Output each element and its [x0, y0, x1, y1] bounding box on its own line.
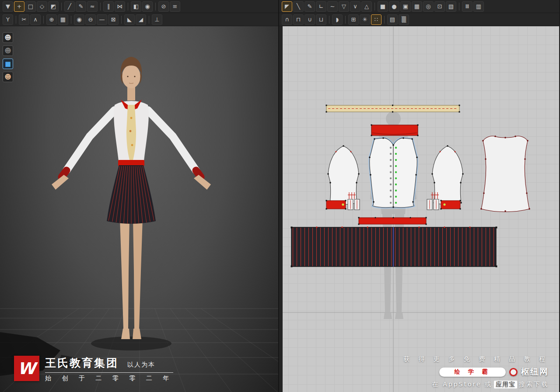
- sewing-edit-tool[interactable]: ∧: [30, 14, 41, 25]
- zoom-icon: ⊘: [161, 3, 166, 9]
- pattern-piece-waistband[interactable]: [358, 217, 427, 225]
- show-skin-toggle[interactable]: ☻: [3, 72, 13, 82]
- internal-circle-tool[interactable]: ◎: [423, 1, 434, 12]
- iron-press-tool[interactable]: ◗: [332, 14, 343, 25]
- polygon-pen-tool[interactable]: ∟: [316, 1, 326, 12]
- show-garment-toggle[interactable]: ■: [3, 59, 13, 69]
- edit-sewing-icon: ⊔: [319, 17, 323, 22]
- simulate-button[interactable]: ▼: [3, 1, 13, 12]
- edit-curvature-tool[interactable]: ╲: [293, 1, 304, 12]
- brand-slogan: 以人为本: [127, 361, 155, 369]
- arrangement-icon: ⋈: [117, 3, 123, 9]
- pan-icon: ≡: [173, 3, 178, 9]
- show-avatar-toggle[interactable]: ☻: [3, 32, 13, 43]
- waistband-3d: [118, 160, 144, 166]
- lasso-select-tool[interactable]: ◇: [37, 1, 47, 12]
- pattern-piece-front-bodice[interactable]: [369, 137, 418, 208]
- shape-library-icon: ▧: [448, 3, 454, 9]
- pattern-piece-collar[interactable]: [371, 125, 419, 136]
- segment-sewing-tool[interactable]: ∩: [282, 14, 292, 25]
- notch-tool[interactable]: ∨: [350, 1, 360, 12]
- pattern-piece-skirt[interactable]: [291, 226, 497, 267]
- internal-dot-tool[interactable]: ⊡: [434, 1, 445, 12]
- promo-line3-box: 应用宝: [494, 381, 517, 389]
- fabric-color-tool[interactable]: ∷: [371, 14, 382, 25]
- measure-tape-icon: ≈: [90, 3, 95, 9]
- pattern-piece-tie-strip[interactable]: [326, 105, 460, 113]
- show-grid-toggle[interactable]: ▤: [387, 14, 398, 25]
- mn-sewing-tool[interactable]: ∪: [304, 14, 315, 25]
- zoom-tool[interactable]: ⊘: [158, 1, 169, 12]
- align-icon: ⊥: [154, 17, 159, 22]
- avatar-pose-tool[interactable]: Y: [3, 14, 13, 25]
- toolbar-separator: [61, 3, 62, 10]
- fold-arrangement-tool[interactable]: ◧: [131, 1, 141, 12]
- pattern-piece-cuff-right[interactable]: [427, 199, 461, 210]
- pattern-piece-sleeve-right[interactable]: [431, 145, 464, 205]
- iron-press-icon: ◗: [336, 17, 339, 22]
- 3d-viewport[interactable]: ☻☻■☻ W 王氏教育集团 以人为本 始 创 于 二 零 零 二 年: [0, 26, 278, 392]
- edit-pattern-icon: ◤: [285, 3, 289, 9]
- garment-design-app: ▼+□◇◩╱✎≈∥⋈◧◉⊘≡ Y✂∧⊕▦◉⊖—⊠◣◢⊥: [0, 0, 560, 392]
- fitting-map-tool[interactable]: ▦: [58, 14, 68, 25]
- flatten-left-tool[interactable]: ◣: [124, 14, 135, 25]
- measure-tape-tool[interactable]: ≈: [87, 1, 98, 12]
- trace-tool[interactable]: △: [361, 1, 372, 12]
- add-button-tool[interactable]: ◉: [74, 14, 84, 25]
- pleats-bars-tool[interactable]: Ⅲ: [462, 1, 472, 12]
- neck: [127, 87, 135, 101]
- circle-tool[interactable]: ●: [389, 1, 399, 12]
- brush-icon: ✎: [79, 3, 84, 9]
- shape-library-tool[interactable]: ▧: [446, 1, 456, 12]
- curve-pen-tool[interactable]: ~: [327, 1, 338, 12]
- box-select-tool[interactable]: □: [25, 1, 36, 12]
- internal-rectangle-tool[interactable]: ▣: [400, 1, 411, 12]
- pleats-grid-tool[interactable]: ▥: [473, 1, 484, 12]
- arrangement-tool[interactable]: ⋈: [115, 1, 125, 12]
- promo-line3-prefix: 在 AppStore 或: [432, 381, 492, 389]
- show-texture-toggle[interactable]: ▒: [399, 14, 409, 25]
- brand-title: 王氏教育集团: [45, 356, 119, 370]
- avatar-3d[interactable]: [52, 57, 211, 339]
- edit-pattern-tool[interactable]: ◤: [282, 1, 292, 12]
- display-toggle-column: ☻☻■☻: [3, 32, 13, 82]
- brand-since: 始 创 于 二 零 零 二 年: [45, 375, 173, 382]
- show-avatar-solid-toggle[interactable]: ☻: [3, 45, 13, 56]
- eye-right: [134, 76, 135, 77]
- free-sewing-tool[interactable]: ⊓: [293, 14, 304, 25]
- align-tool[interactable]: ⊥: [152, 14, 162, 25]
- show-avatar-solid-icon: ☻: [4, 48, 11, 54]
- promo-line3: 在 AppStore 或 应用宝 搜索下载: [432, 381, 549, 389]
- brush-tool[interactable]: ✎: [76, 1, 86, 12]
- pin-tool[interactable]: ╱: [64, 1, 75, 12]
- flatten-right-tool[interactable]: ◢: [136, 14, 146, 25]
- transform-avatar-tool[interactable]: ◩: [48, 1, 59, 12]
- arrangement-points-tool[interactable]: ∥: [103, 1, 114, 12]
- lock-avatar-icon: ⊠: [111, 17, 116, 22]
- steam-brush-tool[interactable]: ◉: [142, 1, 153, 12]
- lock-avatar-tool[interactable]: ⊠: [108, 14, 119, 25]
- add-point-tool[interactable]: ✎: [304, 1, 315, 12]
- tack-on-avatar-tool[interactable]: ⊕: [46, 14, 57, 25]
- toolbar-separator: [374, 3, 375, 10]
- rectangle-tool[interactable]: ■: [378, 1, 388, 12]
- buttonhole-tool[interactable]: ⊖: [85, 14, 96, 25]
- pattern-piece-sleeve-left[interactable]: [327, 145, 360, 205]
- select-move-tool[interactable]: +: [14, 1, 24, 12]
- watermark-left: W 王氏教育集团 以人为本 始 创 于 二 零 零 二 年: [14, 356, 173, 382]
- scissors-tool[interactable]: ✂: [19, 14, 29, 25]
- pattern-piece-cuff-left[interactable]: [326, 199, 360, 210]
- internal-grid-tool[interactable]: ▦: [412, 1, 422, 12]
- texture-edit-tool[interactable]: ✳: [360, 14, 370, 25]
- sewing-machine-tool[interactable]: ⊞: [348, 14, 359, 25]
- tack-on-avatar-icon: ⊕: [49, 17, 54, 22]
- 2d-pattern-view[interactable]: 获 得 更 多 免 费 精 品 教 程 绘 学 霸 枢纽网 在 AppStore…: [279, 26, 559, 392]
- line-tool[interactable]: —: [97, 14, 107, 25]
- texture-edit-icon: ✳: [363, 17, 368, 22]
- pan-tool[interactable]: ≡: [170, 1, 180, 12]
- edit-sewing-tool[interactable]: ⊔: [316, 14, 326, 25]
- toolbar-separator: [155, 3, 156, 10]
- dart-tool[interactable]: ▽: [339, 1, 349, 12]
- brand-logo: W: [14, 356, 39, 381]
- pattern-piece-back-bodice[interactable]: [480, 135, 530, 212]
